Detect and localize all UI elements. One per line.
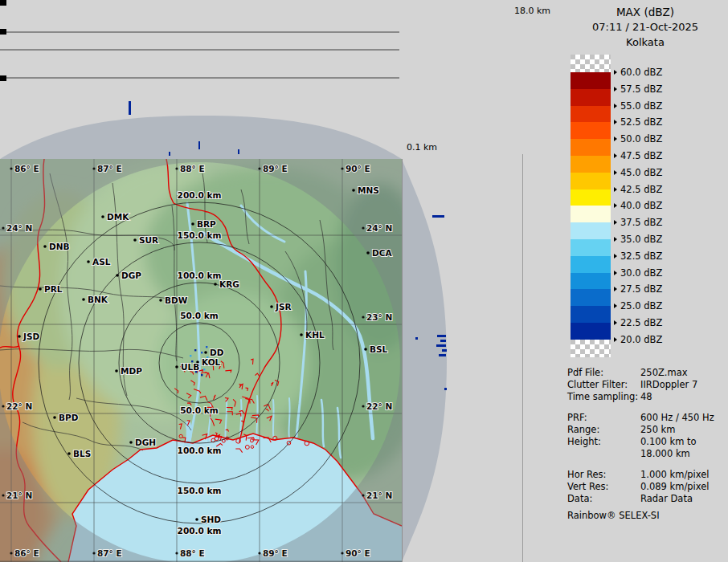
longitude-label: 90° E bbox=[346, 548, 370, 558]
station-marker bbox=[43, 245, 47, 248]
station-label: JSR bbox=[275, 302, 292, 312]
longitude-label: 87° E bbox=[97, 164, 122, 173]
station-marker bbox=[115, 369, 118, 373]
station-marker bbox=[195, 518, 198, 521]
meta-value: 600 Hz / 450 Hz bbox=[640, 412, 714, 424]
station-marker bbox=[300, 333, 303, 336]
longitude-label: 86° E bbox=[14, 548, 39, 558]
station-label: BPD bbox=[59, 413, 79, 422]
scale-tick-arrow bbox=[614, 254, 617, 259]
station-label: KHL bbox=[305, 330, 325, 340]
dbz-scale-label: 40.0 dBZ bbox=[614, 200, 662, 211]
meta-label: Hor Res: bbox=[567, 469, 640, 481]
radar-echo bbox=[198, 141, 200, 149]
dbz-scale-label: 50.0 dBZ bbox=[614, 133, 662, 145]
meta-row: Time sampling:48 bbox=[567, 391, 726, 403]
meta-value: IIRDoppler 7 bbox=[640, 379, 697, 391]
station-label: MDP bbox=[121, 366, 142, 376]
range-ring-label: 50.0 km bbox=[180, 311, 219, 320]
grid-label-dot bbox=[92, 167, 95, 169]
meta-label: Clutter Filter: bbox=[567, 379, 640, 391]
scale-tick-arrow bbox=[614, 237, 617, 242]
scale-tick-arrow bbox=[614, 187, 617, 192]
scale-tick-arrow bbox=[614, 220, 617, 225]
meta-label: Pdf File: bbox=[567, 367, 640, 379]
dbz-scale-label: 30.0 dBZ bbox=[614, 267, 662, 279]
meta-label bbox=[567, 448, 640, 460]
top-profile-coverage-dome bbox=[0, 116, 402, 159]
grid-label-dot bbox=[362, 494, 364, 496]
grid-label-dot bbox=[2, 494, 4, 496]
station-marker bbox=[18, 335, 21, 338]
dbz-scale-labels: 60.0 dBZ57.5 dBZ55.0 dBZ52.5 dBZ50.0 dBZ… bbox=[562, 0, 728, 369]
meta-value: 1.000 km/pixel bbox=[640, 469, 710, 481]
dbz-scale-label: 35.0 dBZ bbox=[614, 234, 662, 245]
dbz-scale-label: 47.5 dBZ bbox=[614, 150, 662, 161]
dbz-scale-label: 20.0 dBZ bbox=[614, 334, 662, 345]
dbz-scale-label: 25.0 dBZ bbox=[614, 300, 662, 312]
legend-panel: MAX (dBZ) 07:11 / 21-Oct-2025 Kolkata 60… bbox=[562, 0, 728, 562]
scale-tick-arrow bbox=[614, 337, 617, 342]
map-panel-border bbox=[402, 159, 403, 562]
latitude-label: 24° N bbox=[366, 223, 392, 233]
station-marker bbox=[364, 348, 367, 351]
meta-value: 0.089 km/pixel bbox=[640, 481, 710, 493]
radar-echo bbox=[190, 355, 191, 356]
meta-label: Vert Res: bbox=[567, 481, 640, 493]
station-marker bbox=[87, 260, 90, 263]
station-marker bbox=[101, 215, 104, 218]
station-label: ULB bbox=[181, 362, 199, 372]
radar-echo bbox=[201, 352, 202, 353]
range-ring-label: 100.0 km bbox=[178, 271, 222, 280]
station-label: DGP bbox=[121, 271, 141, 280]
station-label: BDW bbox=[165, 295, 188, 305]
range-ring-label: 150.0 km bbox=[178, 230, 222, 240]
station-marker bbox=[270, 305, 273, 308]
station-label: BLS bbox=[73, 449, 91, 458]
scale-tick-arrow bbox=[614, 303, 617, 308]
height-min-label: 0.1 km bbox=[407, 142, 437, 153]
grid-label-dot bbox=[341, 552, 343, 554]
meta-label: Range: bbox=[567, 424, 640, 436]
station-marker bbox=[67, 452, 71, 455]
top-profile-panel bbox=[0, 0, 402, 159]
radar-echo bbox=[432, 215, 444, 218]
height-axis-line bbox=[522, 154, 523, 562]
axis-tick bbox=[0, 29, 6, 35]
station-label: BSL bbox=[370, 344, 388, 354]
radar-echo bbox=[203, 369, 205, 370]
station-label: DNB bbox=[49, 242, 70, 251]
meta-row: Clutter Filter:IIRDoppler 7 bbox=[567, 379, 726, 391]
dbz-scale-label: 27.5 dBZ bbox=[614, 283, 662, 295]
station-label: BRP bbox=[197, 219, 216, 229]
map-panel: 86° E86° E87° E87° E88° E88° E89° E89° E… bbox=[0, 159, 402, 562]
longitude-label: 90° E bbox=[346, 164, 370, 173]
dbz-scale-label: 52.5 dBZ bbox=[614, 116, 662, 128]
meta-gap bbox=[567, 460, 726, 469]
longitude-label: 89° E bbox=[263, 548, 288, 558]
station-marker bbox=[352, 189, 355, 192]
scale-tick-arrow bbox=[614, 120, 617, 124]
range-ring-label: 200.0 km bbox=[178, 526, 222, 536]
meta-value: 0.100 km to bbox=[640, 436, 697, 448]
station-marker bbox=[39, 287, 42, 291]
dbz-scale-label: 60.0 dBZ bbox=[614, 67, 662, 78]
longitude-label: 87° E bbox=[97, 548, 122, 558]
product-metadata: Pdf File:250Z.maxClutter Filter:IIRDoppl… bbox=[567, 367, 726, 522]
grid-label-dot bbox=[258, 552, 260, 554]
radar-echo bbox=[129, 101, 131, 115]
station-marker bbox=[133, 238, 137, 242]
scale-tick-arrow bbox=[614, 104, 617, 108]
scale-tick-arrow bbox=[614, 136, 617, 141]
latitude-label: 22° N bbox=[6, 401, 32, 411]
grid-label-dot bbox=[2, 226, 4, 229]
meta-row: PRF:600 Hz / 450 Hz bbox=[567, 412, 726, 424]
station-label: JSD bbox=[22, 332, 39, 341]
station-label: KRG bbox=[219, 279, 239, 289]
grid-label-dot bbox=[362, 405, 364, 407]
meta-value: 48 bbox=[640, 391, 652, 403]
scale-tick-arrow bbox=[614, 153, 617, 158]
grid-label-dot bbox=[362, 226, 364, 229]
meta-label: PRF: bbox=[567, 412, 640, 424]
grid-label-dot bbox=[175, 167, 178, 169]
